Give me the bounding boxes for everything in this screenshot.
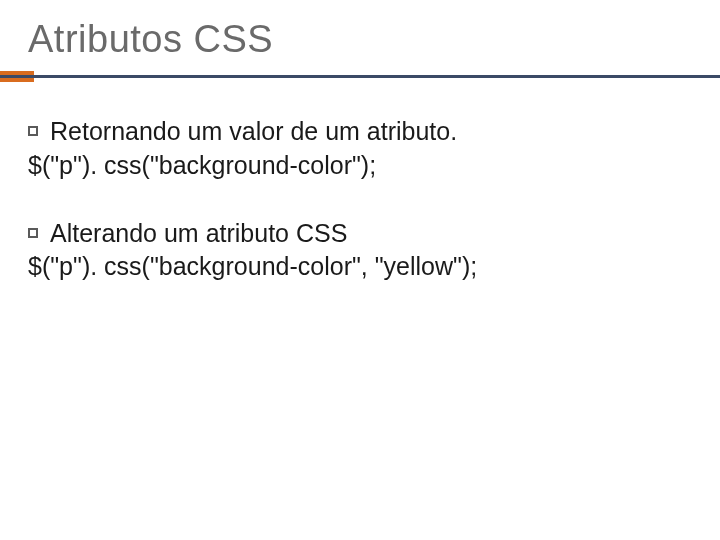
list-item: Alterando um atributo CSS $("p"). css("b… bbox=[28, 217, 692, 285]
item-heading: Alterando um atributo CSS bbox=[50, 217, 347, 251]
divider-line bbox=[0, 75, 720, 78]
slide-title: Atributos CSS bbox=[28, 18, 692, 61]
bullet-icon bbox=[28, 126, 38, 136]
item-code: $("p"). css("background-color"); bbox=[28, 149, 692, 183]
list-item: Retornando um valor de um atributo. $("p… bbox=[28, 115, 692, 183]
title-divider bbox=[28, 71, 692, 81]
item-code: $("p"). css("background-color", "yellow"… bbox=[28, 250, 692, 284]
bullet-line: Alterando um atributo CSS bbox=[28, 217, 692, 251]
item-heading: Retornando um valor de um atributo. bbox=[50, 115, 457, 149]
content-area: Retornando um valor de um atributo. $("p… bbox=[28, 109, 692, 284]
bullet-line: Retornando um valor de um atributo. bbox=[28, 115, 692, 149]
slide: Atributos CSS Retornando um valor de um … bbox=[0, 0, 720, 540]
bullet-icon bbox=[28, 228, 38, 238]
